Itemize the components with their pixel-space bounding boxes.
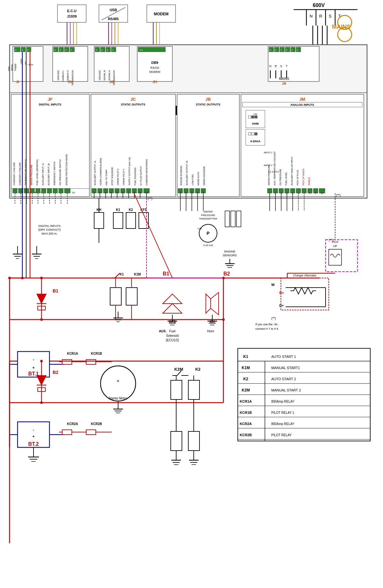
svg-text:PICK UP PLUS: PICK UP PLUS: [297, 170, 299, 185]
svg-point-391: [40, 318, 43, 321]
svg-rect-124: [91, 94, 176, 197]
svg-text:CRANK PILOT 1: CRANK PILOT 1: [123, 169, 125, 185]
svg-point-395: [222, 318, 225, 321]
k1m-label-top: K1M: [134, 273, 141, 276]
svg-rect-8: [57, 5, 86, 22]
svg-rect-177: [255, 116, 257, 118]
svg-point-392: [40, 360, 43, 362]
svg-text:MAX.250 m.: MAX.250 m.: [41, 232, 57, 235]
svg-text:1: 1: [27, 49, 28, 51]
svg-text:ENGINE RUNNING: ENGINE RUNNING: [180, 166, 182, 185]
svg-text:AUX. TEMPERATURE COOLANT: AUX. TEMPERATURE COOLANT: [274, 151, 276, 185]
svg-rect-104: [13, 189, 17, 193]
b2-lower: B2: [53, 370, 58, 375]
jb-label: JB: [206, 97, 211, 102]
svg-rect-113: [64, 189, 70, 193]
phase-s: S: [329, 14, 332, 19]
k2-label: K2: [195, 367, 201, 372]
svg-text:+VB: +VB: [197, 228, 202, 230]
svg-text:STOP SOLENOID: STOP SOLENOID: [111, 167, 113, 185]
svg-text:CRANK PILOT 2: CRANK PILOT 2: [117, 169, 119, 185]
water-press-label: WATER: [204, 210, 213, 213]
svg-text:max: max: [7, 66, 10, 71]
svg-text:SHIELD: SHIELD: [308, 177, 310, 185]
svg-text:3: 3: [101, 49, 102, 51]
svg-text:6: 6: [270, 49, 271, 51]
svg-text:EMERGENCY SWITCH: EMERGENCY SWITCH: [53, 161, 56, 185]
legend-k1: K1: [243, 354, 248, 359]
legend-kcr1b: KCR1B: [240, 411, 252, 414]
jh-label: JH: [153, 80, 157, 84]
ohm-label: OHM: [252, 122, 259, 125]
jm-label: JM: [299, 97, 305, 102]
bt2-label: BT.2: [28, 441, 39, 447]
svg-text:LOW FUEL: LOW FUEL: [192, 174, 194, 185]
svg-text:3: 3: [60, 49, 61, 51]
jc-label: JC: [131, 97, 136, 102]
pickup-note: (**): [329, 238, 333, 242]
legend-k1-desc: AUTO START 1: [271, 355, 296, 359]
svg-text:PRESSURE: PRESSURE: [201, 214, 215, 217]
svg-text:CHARGER 2 FAILURE: CHARGER 2 FAILURE: [19, 162, 21, 185]
k2-relay-sym: K2: [129, 208, 133, 212]
svg-text:R: R: [275, 65, 277, 68]
wiring-diagram: 600V T S R N MAINS E.C.U J1939 USB RS485…: [0, 0, 383, 588]
svg-text:connect # 7 to # 8: connect # 7 to # 8: [255, 327, 278, 330]
starter-motor-label: Starter Motor: [109, 397, 128, 400]
k2m-label: K2M: [174, 367, 183, 372]
legend-k1m-desc: MANUAL START1: [271, 366, 300, 370]
svg-rect-109: [41, 189, 46, 193]
svg-text:+: +: [32, 434, 34, 439]
svg-text:⊗: ⊗: [117, 379, 119, 383]
legend-k1m: K1M: [242, 366, 250, 370]
legend-k2: K2: [243, 377, 248, 381]
modem-label: MODEM: [154, 12, 169, 16]
jg-label: JG: [109, 80, 114, 84]
svg-text:ENGINE PROTECTION MODE: ENGINE PROTECTION MODE: [65, 154, 68, 185]
svg-text:CANBUS L: CANBUS L: [62, 70, 64, 81]
jb-section: STATIC OUTPUTS: [196, 103, 221, 106]
b1-upper: B1: [53, 288, 58, 293]
svg-text:1         9: 1 9: [139, 49, 143, 51]
svg-text:MODE AUTO: MODE AUTO: [197, 172, 199, 185]
svg-text:FUEL LEVEL: FUEL LEVEL: [285, 172, 287, 185]
k1-relay-sym: K1: [116, 208, 120, 212]
svg-text:TRANSMITTER: TRANSMITTER: [199, 217, 217, 220]
svg-text:36Vdc: 36Vdc: [11, 64, 13, 71]
w-terminal: W: [271, 283, 275, 287]
svg-text:10: 10: [72, 191, 75, 194]
svg-text:2: 2: [291, 49, 293, 51]
svg-text:D+ PLUS OUTPUT: D+ PLUS OUTPUT: [140, 166, 142, 185]
phase-n: N: [310, 14, 312, 19]
svg-text:10: 10: [321, 192, 324, 195]
svg-text:3: 3: [286, 49, 287, 51]
ji-label: JI: [16, 80, 19, 84]
b2-label-mid: B2: [223, 271, 230, 276]
svg-text:AUXILIARY ANALOG INPUT: AUXILIARY ANALOG INPUT: [291, 156, 293, 185]
svg-text:T: T: [286, 65, 288, 68]
svg-text:OIL PRESSURE SWITCH: OIL PRESSURE SWITCH: [59, 159, 61, 185]
charger-alt-label: Charger Alternator: [293, 274, 317, 277]
svg-text:-: -: [33, 358, 34, 362]
svg-text:4: 4: [96, 49, 97, 51]
svg-rect-108: [36, 189, 40, 193]
k1-contact: K1: [120, 273, 124, 276]
svg-text:AUXILIARY OUTPUT -B-: AUXILIARY OUTPUT -B-: [186, 160, 188, 185]
jf-section: DIGITAL INPUTS: [39, 103, 62, 106]
jn-label: JN: [68, 80, 72, 84]
svg-text:S: S: [280, 65, 282, 68]
aux-label: AUX.: [159, 329, 167, 333]
svg-text:8: 8: [309, 192, 311, 195]
svg-text:RS232: RS232: [150, 66, 159, 69]
svg-text:Supply: Supply: [14, 64, 17, 71]
ja-label: JA: [282, 81, 286, 85]
kcr1b-label: KCR1B: [91, 352, 102, 355]
svg-text:MODEM: MODEM: [149, 70, 161, 74]
legend-kcr1b-desc: PILOT RELAY 1: [271, 411, 294, 414]
svg-text:2: 2: [22, 49, 23, 51]
legend-kcr1a: KCR1A: [240, 399, 252, 403]
legend-kcr2a: KCR2A: [240, 422, 252, 426]
svg-text:3: 3: [15, 49, 16, 51]
ji-pin2: 0V: [24, 61, 27, 65]
svg-text:AUXILIARY INPUT -B-: AUXILIARY INPUT -B-: [48, 163, 50, 185]
